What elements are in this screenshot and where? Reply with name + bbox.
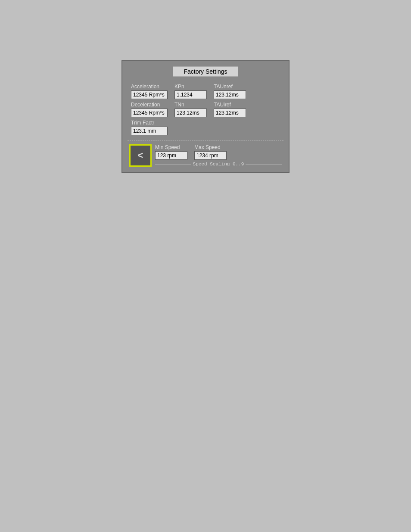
trim-factr-label: Trim Factr: [131, 120, 168, 126]
trim-factr-input[interactable]: 123.1 mm: [131, 127, 168, 135]
title-bar: Factory Settings: [128, 66, 283, 77]
labels-row-1: Acceleration 12345 Rpm*s KPn 1.1234 TAUn…: [131, 84, 280, 99]
speed-scaling-line-left: [155, 164, 191, 165]
deceleration-label: Deceleration: [131, 102, 168, 108]
trim-factr-group: Trim Factr 123.1 mm: [131, 120, 168, 135]
max-speed-group: Max Speed 1234 rpm: [194, 144, 227, 160]
kpn-label: KPn: [174, 84, 207, 90]
panel-title: Factory Settings: [173, 66, 238, 77]
kpn-input[interactable]: 1.1234: [174, 90, 207, 99]
min-speed-group: Min Speed 123 rpm: [155, 144, 187, 160]
max-speed-input[interactable]: 1234 rpm: [194, 151, 227, 160]
tnn-input[interactable]: 123.12ms: [174, 109, 207, 117]
taunref-input[interactable]: 123.12ms: [214, 90, 246, 99]
speed-scaling-line-right: [246, 164, 282, 165]
tnn-group: TNn 123.12ms: [174, 102, 207, 117]
deceleration-input[interactable]: 12345 Rpm*s: [131, 109, 168, 117]
bottom-section: < Min Speed 123 rpm Max Speed 1234 rpm S…: [128, 144, 283, 167]
speed-labels-row: Min Speed 123 rpm Max Speed 1234 rpm: [155, 144, 282, 160]
deceleration-group: Deceleration 12345 Rpm*s: [131, 102, 168, 117]
taunref-group: TAUnref 123.12ms: [214, 84, 246, 99]
min-speed-input[interactable]: 123 rpm: [155, 151, 187, 160]
labels-row-2: Deceleration 12345 Rpm*s TNn 123.12ms TA…: [131, 102, 280, 117]
max-speed-label: Max Speed: [194, 144, 227, 150]
back-arrow-icon: <: [138, 151, 143, 160]
speed-fields: Min Speed 123 rpm Max Speed 1234 rpm Spe…: [155, 144, 282, 167]
fields-section: Acceleration 12345 Rpm*s KPn 1.1234 TAUn…: [128, 84, 283, 135]
divider: [128, 140, 283, 141]
taunref-label: TAUnref: [214, 84, 246, 90]
tauiref-group: TAUiref 123.12ms: [214, 102, 246, 117]
acceleration-label: Acceleration: [131, 84, 168, 90]
acceleration-input[interactable]: 12345 Rpm*s: [131, 90, 168, 99]
back-button[interactable]: <: [129, 144, 152, 167]
tauiref-label: TAUiref: [214, 102, 246, 108]
kpn-group: KPn 1.1234: [174, 84, 207, 99]
acceleration-group: Acceleration 12345 Rpm*s: [131, 84, 168, 99]
factory-settings-panel: Factory Settings Acceleration 12345 Rpm*…: [121, 60, 290, 173]
speed-scaling-text: Speed Scaling 0..9: [193, 162, 244, 167]
min-speed-label: Min Speed: [155, 144, 187, 150]
tnn-label: TNn: [174, 102, 207, 108]
labels-row-3: Trim Factr 123.1 mm: [131, 120, 280, 135]
tauiref-input[interactable]: 123.12ms: [214, 109, 246, 117]
speed-scaling-row: Speed Scaling 0..9: [155, 162, 282, 167]
